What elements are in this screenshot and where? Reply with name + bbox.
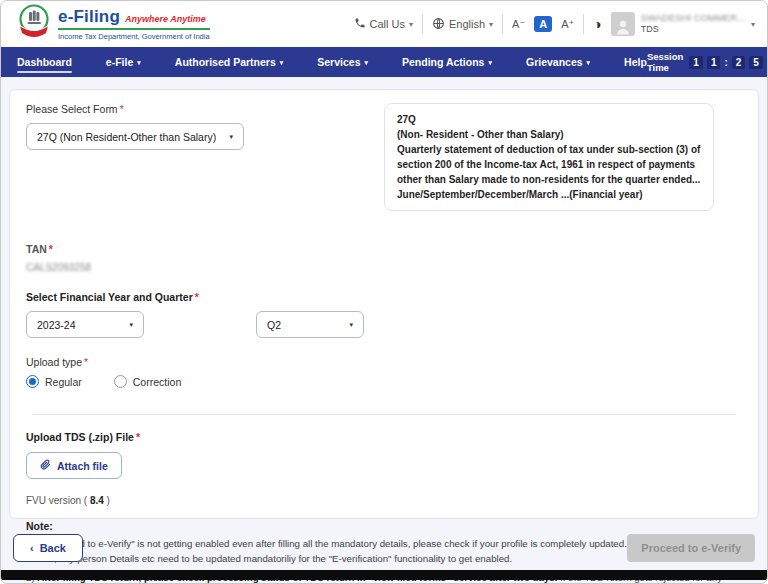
brand-subtitle: Income Tax Department, Government of Ind… bbox=[58, 32, 210, 41]
info-line: Quarterly statement of deduction of tax … bbox=[397, 142, 701, 187]
dropdown-caret-icon: ▾ bbox=[129, 321, 133, 329]
radio-icon bbox=[114, 375, 127, 388]
required-asterisk: * bbox=[84, 356, 88, 368]
main-panel: Please Select Form* 27Q (Non Resident-Ot… bbox=[9, 89, 759, 519]
chevron-down-icon: ▾ bbox=[587, 59, 591, 67]
divider bbox=[502, 14, 503, 34]
language-label: English bbox=[449, 18, 485, 30]
national-emblem-icon bbox=[17, 3, 51, 45]
call-us-button[interactable]: Call Us ▾ bbox=[354, 17, 413, 31]
radio-regular[interactable]: Regular bbox=[26, 375, 82, 388]
session-colon: : bbox=[724, 57, 727, 68]
bottom-bar bbox=[1, 570, 767, 580]
select-form-label: Please Select Form* bbox=[26, 103, 384, 115]
session-time-label: Session Time bbox=[647, 51, 683, 73]
efiling-window: e-Filing Anywhere Anytime Income Tax Dep… bbox=[0, 0, 768, 584]
nav-item-e-file[interactable]: e-File ▾ bbox=[106, 47, 141, 77]
note-heading: Note: bbox=[26, 520, 742, 532]
call-us-label: Call Us bbox=[370, 18, 405, 30]
back-button[interactable]: ‹ Back bbox=[13, 534, 83, 562]
chevron-down-icon: ▾ bbox=[409, 20, 413, 29]
nav-item-pending-actions[interactable]: Pending Actions ▾ bbox=[402, 47, 492, 77]
required-asterisk: * bbox=[120, 103, 124, 115]
attach-file-button[interactable]: Attach file bbox=[26, 452, 122, 479]
info-line: (Non- Resident - Other than Salary) bbox=[397, 127, 701, 142]
radio-correction[interactable]: Correction bbox=[114, 375, 181, 388]
nav-item-grievances[interactable]: Grievances ▾ bbox=[526, 47, 590, 77]
paperclip-icon bbox=[40, 459, 51, 472]
chevron-down-icon: ▾ bbox=[137, 59, 141, 67]
tan-value: CALS2093258 bbox=[26, 262, 116, 273]
nav-item-services[interactable]: Services ▾ bbox=[317, 47, 368, 77]
divider bbox=[583, 14, 584, 34]
chevron-down-icon: ▾ bbox=[280, 59, 284, 67]
user-role: TDS bbox=[641, 24, 745, 35]
chevron-down-icon: ▾ bbox=[489, 20, 493, 29]
info-line: June/September/December/March ...(Financ… bbox=[397, 187, 701, 202]
radio-icon bbox=[26, 375, 39, 388]
font-increase-button[interactable]: A⁺ bbox=[561, 18, 574, 31]
form-info-box: 27Q (Non- Resident - Other than Salary) … bbox=[384, 103, 714, 211]
brand-tagline: Anywhere Anytime bbox=[125, 14, 206, 24]
fy-quarter-label: Select Financial Year and Quarter* bbox=[26, 291, 742, 303]
section-divider bbox=[32, 414, 736, 415]
font-default-button[interactable]: A bbox=[534, 16, 552, 32]
session-digit: 5 bbox=[749, 56, 763, 69]
header: e-Filing Anywhere Anytime Income Tax Dep… bbox=[1, 1, 767, 47]
divider bbox=[422, 14, 423, 34]
chevron-down-icon: ▾ bbox=[751, 20, 755, 29]
form-type-select[interactable]: 27Q (Non Resident-Other than Salary) ▾ bbox=[26, 123, 244, 150]
avatar bbox=[611, 12, 635, 36]
brand-text: e-Filing Anywhere Anytime Income Tax Dep… bbox=[58, 7, 210, 41]
session-digit: 1 bbox=[689, 56, 703, 69]
required-asterisk: * bbox=[136, 431, 140, 443]
nav-item-dashboard[interactable]: Dashboard bbox=[17, 47, 72, 77]
contrast-toggle-icon[interactable]: ◑ bbox=[593, 16, 601, 32]
session-timer: Session Time 1 1 : 2 5 bbox=[647, 51, 763, 73]
nav-item-help[interactable]: Help bbox=[624, 47, 647, 77]
upload-type-label: Upload type* bbox=[26, 356, 742, 368]
user-menu[interactable]: SWADESHI COMMER... TDS ▾ bbox=[611, 12, 755, 36]
brand[interactable]: e-Filing Anywhere Anytime Income Tax Dep… bbox=[17, 3, 210, 45]
required-asterisk: * bbox=[49, 243, 53, 255]
language-selector[interactable]: English ▾ bbox=[432, 17, 493, 32]
fvu-version: FVU version ( 8.4 ) bbox=[26, 495, 742, 506]
header-controls: Call Us ▾ English ▾ A⁻ A A⁺ ◑ bbox=[354, 12, 755, 36]
chevron-left-icon: ‹ bbox=[30, 542, 34, 554]
tan-label: TAN* bbox=[26, 243, 742, 255]
nav-item-authorised-partners[interactable]: Authorised Partners ▾ bbox=[175, 47, 283, 77]
user-name: SWADESHI COMMER... bbox=[641, 12, 745, 24]
session-digit: 2 bbox=[732, 56, 746, 69]
phone-icon bbox=[354, 17, 366, 31]
font-decrease-button[interactable]: A⁻ bbox=[512, 18, 525, 31]
chevron-down-icon: ▾ bbox=[364, 59, 368, 67]
chevron-down-icon: ▾ bbox=[488, 59, 492, 67]
financial-year-select[interactable]: 2023-24 ▾ bbox=[26, 311, 144, 338]
globe-icon bbox=[432, 17, 445, 32]
required-asterisk: * bbox=[195, 291, 199, 303]
brand-title: e-Filing bbox=[58, 7, 120, 27]
dropdown-caret-icon: ▾ bbox=[349, 321, 353, 329]
proceed-button[interactable]: Proceed to e-Verify bbox=[627, 534, 755, 562]
navbar: Dashboard e-File ▾ Authorised Partners ▾… bbox=[1, 47, 767, 77]
quarter-select[interactable]: Q2 ▾ bbox=[256, 311, 364, 338]
info-line: 27Q bbox=[397, 112, 701, 127]
upload-file-label: Upload TDS (.zip) File* bbox=[26, 431, 742, 443]
session-digit: 1 bbox=[707, 56, 721, 69]
dropdown-caret-icon: ▾ bbox=[229, 133, 233, 141]
footer: ‹ Back Proceed to e-Verify bbox=[13, 534, 755, 562]
